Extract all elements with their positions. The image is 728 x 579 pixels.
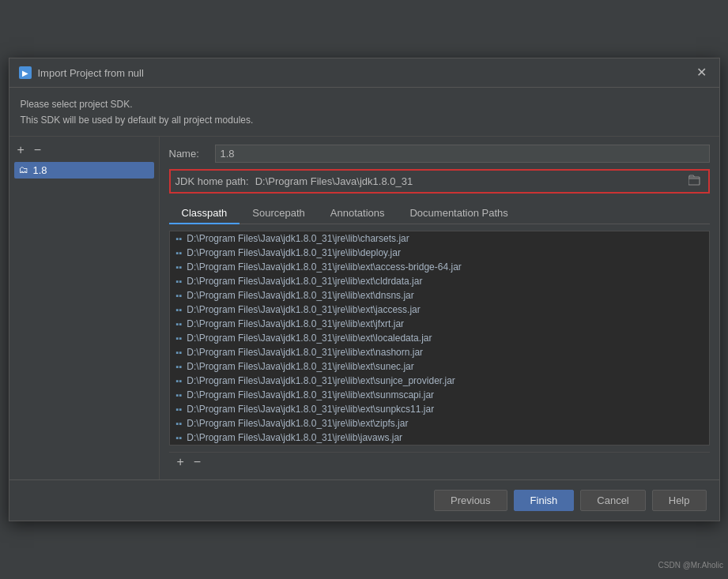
jar-icon: ▪▪: [176, 404, 183, 414]
main-content: + − 🗂 1.8 Name: JDK home path:: [9, 136, 719, 479]
title-bar-left: ▶ Import Project from null: [19, 66, 144, 79]
name-row: Name:: [169, 145, 710, 163]
classpath-item[interactable]: ▪▪D:\Program Files\Java\jdk1.8.0_31\jre\…: [170, 246, 709, 260]
previous-button[interactable]: Previous: [434, 490, 507, 511]
jar-icon: ▪▪: [176, 419, 183, 428]
jar-icon: ▪▪: [176, 333, 183, 343]
dialog-icon: ▶: [19, 66, 32, 79]
remove-path-button[interactable]: −: [190, 455, 204, 469]
right-panel: Name: JDK home path:: [160, 137, 719, 479]
jar-icon: ▪▪: [176, 291, 183, 300]
jar-icon: ▪▪: [176, 376, 183, 385]
jar-icon: ▪▪: [176, 276, 183, 286]
tab-documentation-paths[interactable]: Documentation Paths: [397, 203, 520, 224]
jdk-path-row: JDK home path:: [169, 169, 710, 194]
sdk-folder-icon: 🗂: [19, 164, 28, 175]
jar-icon: ▪▪: [176, 362, 183, 371]
footer: Previous Finish Cancel Help: [9, 479, 719, 521]
tab-classpath[interactable]: Classpath: [169, 203, 240, 224]
close-button[interactable]: ✕: [693, 65, 710, 81]
classpath-item[interactable]: ▪▪D:\Program Files\Java\jdk1.8.0_31\jre\…: [170, 345, 709, 359]
left-toolbar: + −: [14, 141, 154, 160]
sdk-item-1.8[interactable]: 🗂 1.8: [14, 162, 154, 179]
jdk-path-label: JDK home path:: [175, 175, 249, 187]
classpath-item[interactable]: ▪▪D:\Program Files\Java\jdk1.8.0_31\jre\…: [170, 317, 709, 331]
tab-sourcepath[interactable]: Sourcepath: [240, 203, 318, 224]
description-line1: Please select project SDK.: [21, 97, 708, 112]
title-bar: ▶ Import Project from null ✕: [9, 58, 719, 88]
jdk-path-input[interactable]: [255, 175, 680, 187]
import-dialog: ▶ Import Project from null ✕ Please sele…: [9, 58, 720, 521]
tab-annotations[interactable]: Annotations: [318, 203, 398, 224]
sdk-item-label: 1.8: [33, 164, 47, 176]
description-line2: This SDK will be used by default by all …: [21, 113, 708, 128]
jar-icon: ▪▪: [176, 433, 183, 442]
cancel-button[interactable]: Cancel: [580, 490, 645, 511]
list-toolbar: + −: [169, 452, 710, 472]
browse-button[interactable]: [686, 174, 703, 189]
jar-icon: ▪▪: [176, 234, 183, 243]
dialog-title: Import Project from null: [38, 67, 144, 79]
watermark: CSDN @Mr.Aholic: [658, 561, 723, 570]
left-panel: + − 🗂 1.8: [9, 137, 160, 479]
remove-sdk-button[interactable]: −: [31, 143, 44, 157]
classpath-item[interactable]: ▪▪D:\Program Files\Java\jdk1.8.0_31\jre\…: [170, 402, 709, 416]
add-sdk-button[interactable]: +: [14, 143, 28, 157]
classpath-item[interactable]: ▪▪D:\Program Files\Java\jdk1.8.0_31\jre\…: [170, 430, 709, 445]
finish-button[interactable]: Finish: [514, 490, 575, 511]
classpath-item[interactable]: ▪▪D:\Program Files\Java\jdk1.8.0_31\jre\…: [170, 260, 709, 274]
classpath-list: ▪▪D:\Program Files\Java\jdk1.8.0_31\jre\…: [169, 231, 710, 446]
classpath-item[interactable]: ▪▪D:\Program Files\Java\jdk1.8.0_31\jre\…: [170, 231, 709, 246]
classpath-item[interactable]: ▪▪D:\Program Files\Java\jdk1.8.0_31\jre\…: [170, 388, 709, 402]
classpath-item[interactable]: ▪▪D:\Program Files\Java\jdk1.8.0_31\jre\…: [170, 274, 709, 288]
jar-icon: ▪▪: [176, 248, 183, 258]
tabs-bar: Classpath Sourcepath Annotations Documen…: [169, 203, 710, 224]
jar-icon: ▪▪: [176, 390, 183, 400]
classpath-item[interactable]: ▪▪D:\Program Files\Java\jdk1.8.0_31\jre\…: [170, 288, 709, 303]
jar-icon: ▪▪: [176, 348, 183, 357]
jar-icon: ▪▪: [176, 305, 183, 314]
classpath-item[interactable]: ▪▪D:\Program Files\Java\jdk1.8.0_31\jre\…: [170, 374, 709, 388]
classpath-item[interactable]: ▪▪D:\Program Files\Java\jdk1.8.0_31\jre\…: [170, 303, 709, 317]
classpath-item[interactable]: ▪▪D:\Program Files\Java\jdk1.8.0_31\jre\…: [170, 359, 709, 374]
classpath-item[interactable]: ▪▪D:\Program Files\Java\jdk1.8.0_31\jre\…: [170, 331, 709, 345]
add-path-button[interactable]: +: [174, 455, 187, 469]
help-button[interactable]: Help: [652, 490, 707, 511]
description-area: Please select project SDK. This SDK will…: [9, 88, 719, 135]
jar-icon: ▪▪: [176, 319, 183, 329]
name-label: Name:: [169, 148, 209, 160]
name-input[interactable]: [215, 145, 710, 163]
classpath-item[interactable]: ▪▪D:\Program Files\Java\jdk1.8.0_31\jre\…: [170, 416, 709, 430]
jar-icon: ▪▪: [176, 262, 183, 272]
